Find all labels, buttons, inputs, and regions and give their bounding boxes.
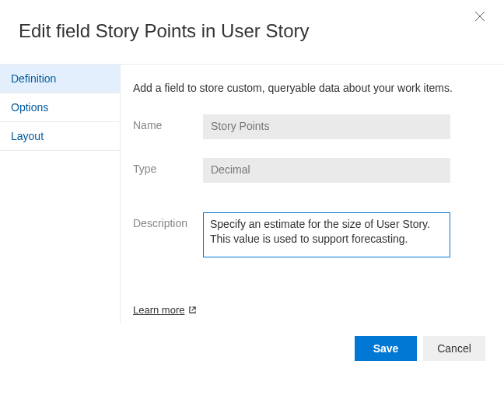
type-field: Decimal (203, 158, 450, 183)
footer: Save Cancel (0, 324, 504, 373)
close-icon[interactable] (474, 11, 485, 22)
tab-definition[interactable]: Definition (0, 65, 120, 93)
name-field: Story Points (203, 114, 450, 139)
type-label: Type (133, 158, 203, 175)
tab-layout[interactable]: Layout (0, 122, 120, 151)
tab-options[interactable]: Options (0, 93, 120, 122)
helper-text: Add a field to store custom, queryable d… (133, 82, 485, 94)
learn-more-label: Learn more (133, 304, 184, 316)
description-field[interactable] (203, 212, 450, 257)
save-button[interactable]: Save (355, 336, 417, 361)
dialog-title: Edit field Story Points in User Story (0, 0, 504, 64)
tab-label: Layout (11, 130, 44, 142)
learn-more-link[interactable]: Learn more (133, 304, 197, 316)
tab-label: Definition (11, 72, 56, 85)
external-link-icon (188, 306, 197, 314)
description-label: Description (133, 212, 203, 229)
tab-label: Options (11, 101, 48, 114)
svg-line-2 (192, 307, 196, 311)
main-panel: Add a field to store custom, queryable d… (121, 65, 504, 324)
name-label: Name (133, 114, 203, 131)
cancel-button[interactable]: Cancel (423, 336, 485, 361)
sidebar: Definition Options Layout (0, 65, 121, 324)
